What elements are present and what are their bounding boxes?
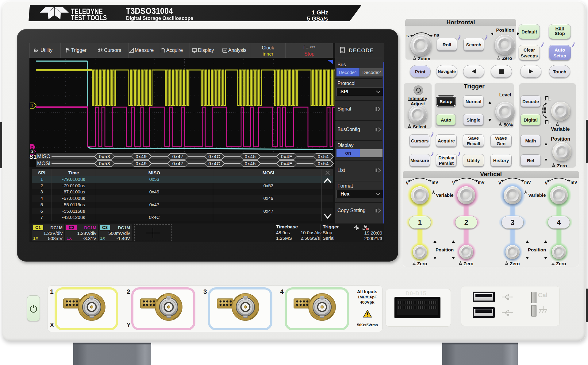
svg-text:0x49: 0x49 — [136, 154, 147, 159]
svg-text:0x54: 0x54 — [318, 154, 329, 159]
svg-text:0x4E: 0x4E — [281, 161, 293, 166]
svg-text:0x45: 0x45 — [245, 154, 256, 159]
svg-text:0x4C: 0x4C — [208, 154, 220, 159]
svg-text:1: 1 — [31, 104, 33, 108]
svg-text:0x47: 0x47 — [172, 161, 184, 166]
svg-text:MOSI: MOSI — [37, 161, 50, 166]
svg-text:0x54: 0x54 — [318, 161, 329, 166]
svg-text:0x45: 0x45 — [245, 161, 256, 166]
svg-text:0x47: 0x47 — [172, 154, 184, 159]
svg-text:0x4C: 0x4C — [208, 161, 220, 166]
svg-text:0x53: 0x53 — [99, 154, 110, 159]
svg-text:0x4E: 0x4E — [281, 154, 293, 159]
svg-text:0x53: 0x53 — [99, 161, 110, 166]
svg-text:S1: S1 — [29, 153, 37, 160]
svg-text:MISO: MISO — [37, 153, 50, 159]
svg-text:0x49: 0x49 — [136, 161, 147, 166]
